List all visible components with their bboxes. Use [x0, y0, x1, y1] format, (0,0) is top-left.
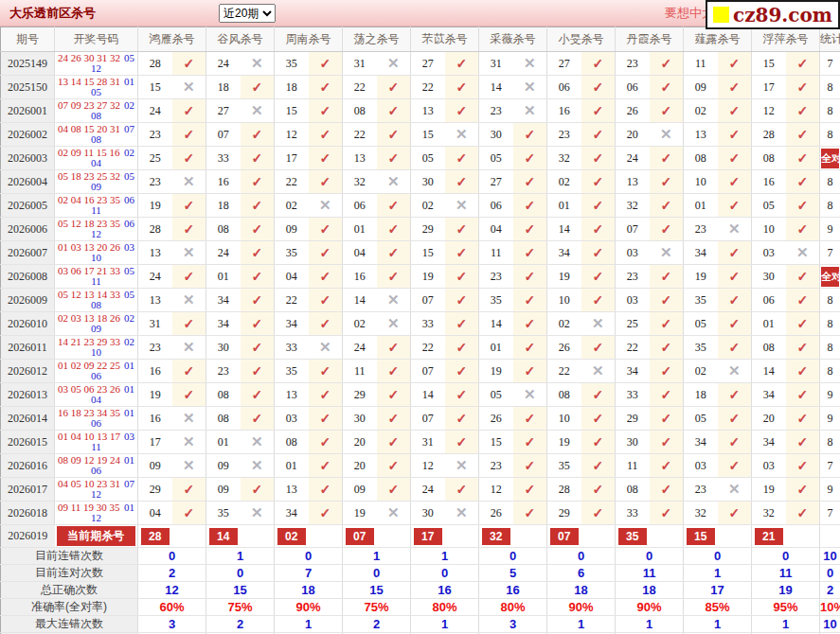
- cross-icon: ✕: [660, 244, 672, 260]
- column-header-6: 芣苡杀号: [411, 27, 479, 52]
- column-header-5: 荡之杀号: [343, 27, 411, 52]
- check-icon: ✓: [387, 103, 399, 118]
- kill-number-cell: 29: [616, 407, 650, 431]
- mark-cell: ✕: [172, 336, 206, 360]
- front-numbers: 08 09 12 19 24: [58, 455, 120, 466]
- kill-number-cell: 32: [616, 194, 650, 218]
- kill-number-cell: 30: [343, 407, 377, 431]
- footer-value: 80%: [479, 599, 547, 616]
- check-icon: ✓: [387, 221, 399, 237]
- mark-cell: ✕: [786, 241, 820, 265]
- back-number-1: 03: [124, 431, 134, 442]
- mark-cell: ✕: [309, 194, 343, 218]
- back-number-1: 01: [124, 361, 134, 371]
- footer-stat-value: 10: [820, 616, 840, 633]
- kill-number-cell: 35: [684, 336, 718, 360]
- kill-number-cell: 33: [616, 502, 650, 525]
- kill-number-cell: 22: [411, 336, 445, 360]
- check-icon: ✓: [592, 292, 603, 308]
- kill-number-cell: 11: [479, 241, 513, 265]
- kill-row: 202600701 03 13 20 26031013✕24✓35✓04✓15✓…: [1, 241, 840, 265]
- period-cell: 2026003: [1, 147, 55, 170]
- footer-value: 0: [411, 565, 479, 582]
- mark-cell: ✓: [309, 407, 343, 431]
- kill-number-cell: 27: [479, 170, 513, 194]
- kill-number-cell: 19: [684, 265, 718, 289]
- column-header-3: 谷风杀号: [206, 27, 275, 52]
- kill-number-cell: 30: [411, 170, 445, 194]
- check-icon: ✓: [660, 387, 671, 402]
- back-number-1: 07: [124, 124, 134, 134]
- mark-cell: ✓: [718, 76, 752, 99]
- period-cell: 2026016: [1, 454, 55, 478]
- check-icon: ✓: [660, 482, 671, 497]
- kill-row: 202514924 26 30 31 32051228✓24✕35✓31✕27✓…: [1, 52, 840, 76]
- kill-number-cell: 14: [479, 76, 513, 99]
- back-number-1: 02: [124, 100, 134, 111]
- mark-cell: ✓: [581, 52, 616, 76]
- check-icon: ✓: [524, 269, 535, 284]
- kill-number-cell: 34: [275, 502, 309, 525]
- kill-number-table: 期号开奖号码鸿雁杀号谷风杀号周南杀号荡之杀号芣苡杀号采薇杀号小旻杀号丹霞杀号薤露…: [0, 26, 840, 634]
- winning-numbers-cell: 01 02 09 22 250106: [55, 360, 138, 383]
- mark-cell: ✕: [513, 52, 547, 76]
- kill-number-cell: 22: [547, 360, 581, 383]
- check-icon: ✓: [387, 458, 399, 473]
- footer-value: 0: [343, 565, 411, 582]
- mark-cell: ✓: [581, 194, 616, 218]
- kill-number-cell: 29: [343, 383, 377, 407]
- current-kill-cell: 07: [343, 525, 377, 548]
- check-icon: ✓: [796, 221, 808, 237]
- kill-number-cell: 13: [275, 383, 309, 407]
- winning-line2: 11: [58, 276, 134, 287]
- kill-number-cell: 02: [411, 194, 445, 218]
- cross-icon: ✕: [183, 173, 195, 189]
- mark-cell: ✓: [581, 265, 616, 289]
- kill-number-cell: 08: [206, 218, 241, 241]
- back-number-2: 09: [91, 181, 101, 192]
- kill-number-cell: 20: [616, 123, 650, 147]
- cross-icon: ✕: [183, 244, 195, 260]
- check-icon: ✓: [456, 316, 467, 331]
- front-numbers: 02 04 16 23 35: [58, 195, 120, 205]
- kill-row: 202601303 05 06 23 26010419✓08✓13✓29✓14✓…: [1, 383, 840, 407]
- period-range-select[interactable]: 近20期: [219, 4, 276, 23]
- mark-cell: ✓: [309, 99, 343, 123]
- footer-label: 总正确次数: [1, 582, 138, 599]
- current-kill-cell: 17: [411, 525, 445, 548]
- kill-number-cell: 14: [411, 383, 445, 407]
- kill-number-cell: 19: [479, 360, 513, 383]
- cross-icon: ✕: [387, 315, 400, 331]
- kill-number-cell: 02: [684, 99, 718, 123]
- logo-square-icon: [713, 7, 729, 23]
- mark-cell: ✓: [172, 52, 206, 76]
- check-icon: ✓: [796, 434, 808, 449]
- cross-icon: ✕: [592, 315, 604, 331]
- mark-cell: ✓: [445, 478, 479, 502]
- check-icon: ✓: [319, 269, 331, 284]
- mark-cell: ✓: [241, 76, 275, 99]
- footer-label: 准确率(全对率): [1, 599, 138, 616]
- check-icon: ✓: [251, 198, 262, 213]
- footer-value: 1: [752, 616, 820, 633]
- check-icon: ✓: [524, 127, 535, 142]
- mark-cell: ✓: [581, 454, 616, 478]
- mark-cell: ✓: [172, 478, 206, 502]
- kill-number-cell: 34: [206, 312, 241, 336]
- mark-cell: ✓: [172, 265, 206, 289]
- check-icon: ✓: [251, 316, 262, 331]
- check-icon: ✓: [456, 79, 467, 95]
- mark-cell: ✓: [650, 289, 684, 312]
- kill-number-cell: 06: [547, 76, 581, 99]
- kill-number-cell: 29: [547, 502, 581, 525]
- check-icon: ✓: [728, 103, 740, 118]
- kill-number-cell: 03: [684, 454, 718, 478]
- site-logo[interactable]: cz89.com: [706, 0, 840, 29]
- kill-number-cell: 23: [138, 123, 172, 147]
- kill-number-cell: 14: [547, 218, 581, 241]
- front-numbers: 01 03 13 20 26: [58, 242, 120, 253]
- kill-number-cell: 01: [684, 194, 718, 218]
- cross-icon: ✕: [456, 126, 468, 142]
- check-icon: ✓: [592, 482, 603, 497]
- kill-number-cell: 19: [411, 265, 445, 289]
